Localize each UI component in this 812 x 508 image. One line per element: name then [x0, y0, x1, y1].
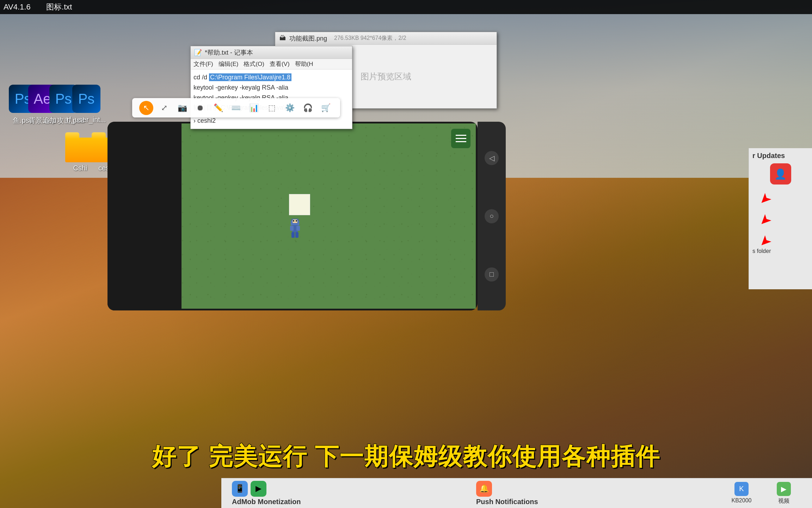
admob-right: 🔔 Push Notifications: [476, 481, 538, 506]
image-viewer-titlebar: 🏔 功能截图.png 276.53KB 942*674像素，2/2: [275, 32, 497, 45]
image-viewer-icon: 🏔: [279, 35, 286, 42]
notepad-line-2: keytool -genkey -keyalg RSA -alia: [193, 83, 349, 93]
toolbar-chart[interactable]: 📊: [247, 101, 261, 115]
svg-rect-8: [293, 220, 294, 222]
toolbar-expand[interactable]: ⤢: [157, 101, 171, 115]
video-icon[interactable]: ▶: [777, 482, 791, 496]
folder-cshi-icon: [65, 138, 95, 162]
admob-right-label: Push Notifications: [476, 498, 538, 506]
updates-icon[interactable]: 👤: [770, 163, 791, 185]
svg-rect-5: [291, 232, 295, 238]
folder-cshi[interactable]: Cshi: [65, 138, 95, 172]
recents-button[interactable]: □: [485, 267, 499, 282]
notepad-titlebar: 📝 *帮助.txt - 记事本: [191, 46, 352, 59]
image-placeholder: 图片预览区域: [361, 71, 411, 82]
subtitle: 好了 完美运行 下一期保姆级教你使用各种插件: [0, 441, 812, 473]
emulator-left-panel: [107, 122, 182, 310]
notepad-title-icon: 📝: [194, 49, 202, 56]
hamburger-line-2: [456, 138, 466, 139]
video-label: 视频: [778, 497, 789, 505]
topbar-filename: 图标.txt: [46, 2, 72, 12]
image-viewer-title: 功能截图.png: [289, 34, 327, 43]
svg-rect-6: [295, 232, 299, 238]
updates-sidebar: r Updates 👤 ➤ ➤ ➤ s folder: [749, 148, 812, 289]
toolbar-cart[interactable]: 🛒: [319, 101, 333, 115]
svg-rect-3: [290, 226, 294, 231]
svg-rect-9: [296, 220, 297, 222]
push-icons: 🔔: [476, 481, 492, 497]
user-label: rf_user_int...: [67, 116, 106, 124]
kb2000-icon[interactable]: K: [734, 482, 749, 496]
bottom-video: ▶ 视频: [766, 482, 801, 505]
toolbar-settings[interactable]: ⚙️: [283, 101, 297, 115]
toolbar-keyboard[interactable]: ⌨️: [229, 101, 243, 115]
notepad-menubar: 文件(F) 编辑(E) 格式(O) 查看(V) 帮助(H: [191, 59, 352, 69]
bottom-items: K KB2000 ▶ 视频: [724, 482, 801, 505]
game-area: [180, 123, 476, 309]
admob-left-label: AdMob Monetization: [232, 498, 301, 506]
menu-edit[interactable]: 编辑(E): [219, 60, 239, 68]
admob-left: 📱 ▶ AdMob Monetization: [232, 481, 301, 506]
icon-user[interactable]: Ps rf_user_int...: [65, 85, 107, 124]
topbar-time: AV4.1.6: [4, 2, 31, 12]
emulator-side-controls: ◁ ○ □: [478, 122, 506, 310]
topbar: AV4.1.6 图标.txt: [0, 0, 812, 14]
user-icon: Ps: [72, 85, 100, 113]
push-icon-1[interactable]: 🔔: [476, 481, 492, 497]
admob-icon-2[interactable]: ▶: [251, 481, 266, 497]
notepad-title-text: *帮助.txt - 记事本: [205, 48, 253, 57]
toolbar-record[interactable]: ⏺: [193, 101, 207, 115]
toolbar-headset[interactable]: 🎧: [301, 101, 315, 115]
red-arrow-1: ➤: [756, 190, 776, 210]
notepad-highlight: C:\Program Files\Java\jre1.8: [209, 73, 291, 81]
game-character: [287, 219, 303, 238]
game-obstacle: [289, 194, 310, 215]
svg-rect-4: [296, 226, 300, 231]
admob-icons: 📱 ▶: [232, 481, 266, 497]
admob-bar: 📱 ▶ AdMob Monetization 🔔 Push Notificati…: [221, 478, 812, 508]
menu-file[interactable]: 文件(F): [193, 60, 213, 68]
toolbar-select[interactable]: ⬚: [265, 101, 279, 115]
menu-view[interactable]: 查看(V): [270, 60, 290, 68]
emulator-toolbar: ↖ ⤢ 📷 ⏺ ✏️ ⌨️ 📊 ⬚ ⚙️ 🎧 🛒: [132, 98, 340, 117]
notepad-line-1: cd /d C:\Program Files\Java\jre1.8: [193, 72, 349, 83]
updates-title: r Updates: [752, 152, 808, 160]
menu-format[interactable]: 格式(O): [244, 60, 264, 68]
hamburger-line-1: [456, 135, 466, 136]
toolbar-brush[interactable]: ✏️: [211, 101, 225, 115]
folder-label: s folder: [752, 248, 808, 254]
back-button[interactable]: ◁: [485, 151, 499, 165]
image-viewer-info: 276.53KB 942*674像素，2/2: [334, 35, 406, 42]
toolbar-cursor[interactable]: ↖: [139, 101, 153, 115]
hamburger-menu-button[interactable]: [451, 129, 470, 148]
admob-icon-1[interactable]: 📱: [232, 481, 248, 497]
red-arrow-2: ➤: [756, 211, 776, 231]
kb2000-label: KB2000: [732, 497, 752, 504]
home-button[interactable]: ○: [485, 209, 499, 223]
folder-cshi-label: Cshi: [73, 164, 87, 172]
toolbar-camera[interactable]: 📷: [175, 101, 189, 115]
menu-help[interactable]: 帮助(H: [295, 60, 313, 68]
hamburger-line-3: [456, 141, 466, 142]
bottom-kb2000: K KB2000: [724, 482, 759, 505]
